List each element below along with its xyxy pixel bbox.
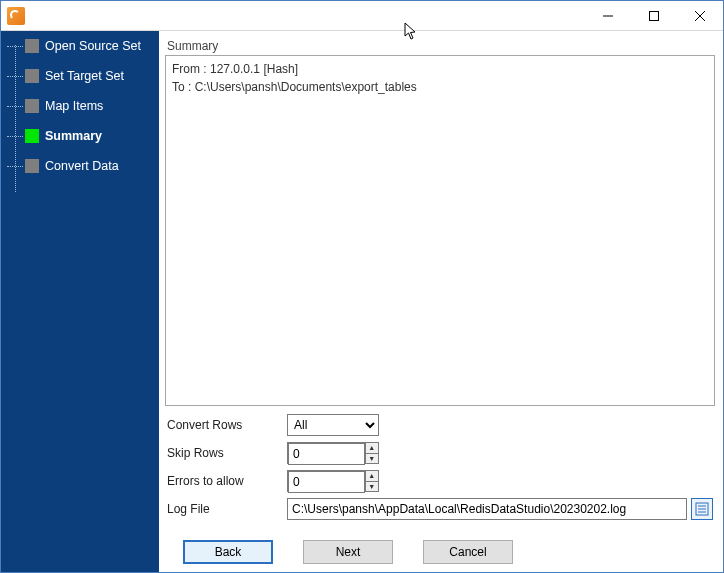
back-button[interactable]: Back [183,540,273,564]
step-label: Summary [45,129,102,143]
skip-rows-label: Skip Rows [167,446,287,460]
step-summary[interactable]: Summary [1,127,159,145]
errors-allow-label: Errors to allow [167,474,287,488]
log-file-label: Log File [167,502,287,516]
spinner-down-icon[interactable]: ▼ [366,482,378,492]
log-file-input[interactable] [287,498,687,520]
convert-rows-label: Convert Rows [167,418,287,432]
step-label: Convert Data [45,159,119,173]
skip-rows-spinner[interactable]: ▲ ▼ [287,442,379,464]
wizard-sidebar: Open Source Set Set Target Set Map Items… [1,31,159,572]
spinner-up-icon[interactable]: ▲ [366,443,378,454]
step-indicator-icon [25,69,39,83]
step-indicator-icon [25,159,39,173]
step-label: Open Source Set [45,39,141,53]
errors-allow-input[interactable] [288,471,365,493]
step-indicator-icon [25,99,39,113]
summary-textarea[interactable]: From : 127.0.0.1 [Hash] To : C:\Users\pa… [165,55,715,406]
next-button[interactable]: Next [303,540,393,564]
content-panel: Summary From : 127.0.0.1 [Hash] To : C:\… [159,31,723,572]
cancel-button[interactable]: Cancel [423,540,513,564]
close-button[interactable] [677,1,723,31]
errors-allow-spinner[interactable]: ▲ ▼ [287,470,379,492]
svg-rect-1 [650,11,659,20]
step-label: Map Items [45,99,103,113]
spinner-up-icon[interactable]: ▲ [366,471,378,482]
step-label: Set Target Set [45,69,124,83]
step-indicator-icon [25,129,39,143]
section-title: Summary [167,39,713,53]
minimize-button[interactable] [585,1,631,31]
spinner-down-icon[interactable]: ▼ [366,454,378,464]
step-convert-data[interactable]: Convert Data [1,157,159,175]
log-file-browse-button[interactable] [691,498,713,520]
convert-rows-select[interactable]: All [287,414,379,436]
step-map-items[interactable]: Map Items [1,97,159,115]
app-icon [7,7,25,25]
step-indicator-icon [25,39,39,53]
skip-rows-input[interactable] [288,443,365,465]
step-set-target-set[interactable]: Set Target Set [1,67,159,85]
maximize-button[interactable] [631,1,677,31]
titlebar [1,1,723,31]
step-open-source-set[interactable]: Open Source Set [1,37,159,55]
